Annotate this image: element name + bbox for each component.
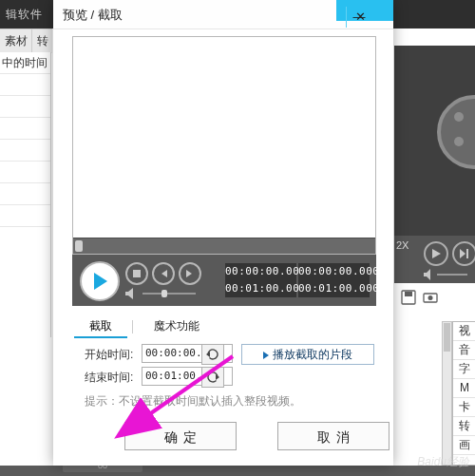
save-icon[interactable]	[401, 290, 418, 307]
prev-frame-button[interactable]	[152, 262, 175, 285]
play-clip-button[interactable]: 播放截取的片段	[241, 344, 374, 365]
cancel-button[interactable]: 取消	[277, 422, 390, 450]
svg-rect-2	[466, 249, 468, 258]
camera-icon[interactable]	[423, 290, 440, 307]
list-item[interactable]: 音	[453, 341, 475, 360]
close-button[interactable]: ✕	[346, 7, 373, 28]
svg-marker-12	[125, 288, 133, 299]
tab-material[interactable]: 素材	[0, 29, 31, 53]
list-item[interactable]: 卡	[453, 398, 475, 417]
play-icon	[263, 352, 269, 359]
left-list: 中的时间	[0, 52, 51, 337]
svg-marker-10	[162, 270, 167, 277]
window-controls: —✕	[336, 0, 393, 21]
list-item[interactable]: 画	[453, 436, 475, 455]
next-frame-button[interactable]	[179, 262, 201, 285]
list-item[interactable]: 中的时间	[0, 52, 50, 74]
left-tabbar: 素材 转	[0, 29, 52, 53]
right-scrollbar[interactable]	[442, 321, 452, 466]
set-start-from-playhead-button[interactable]	[201, 344, 224, 365]
end-time-label: 结束时间:	[85, 370, 133, 386]
svg-marker-3	[424, 269, 430, 280]
svg-marker-11	[186, 270, 192, 277]
timecode-end-value: 00:01:00.000	[298, 280, 370, 297]
tab-magic[interactable]: 魔术功能	[139, 315, 215, 338]
svg-point-7	[428, 295, 433, 300]
list-item-label: 中的时间	[2, 56, 48, 69]
list-item[interactable]	[0, 118, 50, 140]
list-item[interactable]: M	[453, 379, 475, 398]
right-next-button[interactable]	[452, 241, 475, 266]
start-time-label: 开始时间:	[85, 347, 133, 363]
right-play-button[interactable]	[424, 241, 448, 266]
right-volume-slider[interactable]	[424, 268, 471, 281]
preview-seek-track[interactable]	[73, 238, 375, 254]
preview-viewport	[72, 36, 376, 255]
ok-button[interactable]: 确定	[124, 422, 237, 450]
svg-rect-5	[405, 292, 412, 296]
tab-separator	[132, 320, 133, 333]
list-item[interactable]	[0, 205, 50, 227]
list-item[interactable]: 视	[453, 322, 475, 341]
timecode-current: 00:00:00.000 00:01:00.000	[225, 263, 296, 297]
volume-slider[interactable]	[125, 287, 201, 300]
dialog-title: 预览 / 截取	[63, 7, 123, 24]
hint-text: 提示：不设置截取时间默认插入整段视频。	[85, 393, 301, 409]
list-item[interactable]	[0, 140, 50, 162]
crop-tabs: 截取 魔术功能	[74, 315, 374, 338]
scrollbar-thumb[interactable]	[444, 323, 450, 352]
tab-convert[interactable]: 转	[31, 29, 53, 53]
seek-thumb[interactable]	[75, 240, 83, 252]
ok-button-label: 确定	[164, 429, 202, 445]
svg-marker-8	[94, 273, 107, 290]
right-category-list: 视 音 字 M 卡 转 画	[452, 321, 475, 466]
end-time-row: 结束时间:	[85, 367, 389, 388]
cancel-button-label: 取消	[317, 429, 355, 445]
playback-bar: 00:00:00.000 00:01:00.000 00:00:00.000 0…	[72, 255, 376, 306]
list-item[interactable]	[0, 74, 50, 96]
right-toolbar	[401, 290, 475, 313]
timecode-current-value2: 00:00:00.000	[298, 263, 370, 280]
svg-rect-9	[133, 270, 141, 277]
tab-crop[interactable]: 截取	[74, 315, 127, 338]
timecode-current-value: 00:00:00.000	[225, 263, 296, 280]
svg-marker-0	[432, 249, 441, 258]
list-item[interactable]	[0, 183, 50, 205]
zoom-label: 2X	[396, 239, 408, 251]
list-item[interactable]: 转	[453, 417, 475, 436]
timecode-end-value-dup: 00:01:00.000	[225, 280, 296, 297]
timecode-end: 00:00:00.000 00:01:00.000	[298, 263, 370, 297]
play-button[interactable]	[80, 261, 120, 301]
stop-button[interactable]	[125, 262, 148, 285]
list-item[interactable]	[0, 162, 50, 183]
list-item[interactable]: 字	[453, 360, 475, 379]
set-end-from-playhead-button[interactable]	[201, 367, 224, 388]
play-clip-label: 播放截取的片段	[273, 348, 352, 361]
app-title: 辑软件	[6, 7, 43, 23]
list-item[interactable]	[0, 96, 50, 118]
dialog-titlebar[interactable]: 预览 / 截取 —✕	[53, 0, 393, 29]
svg-marker-1	[460, 249, 466, 258]
preview-crop-dialog: 预览 / 截取 —✕ 00:00:00.000 00:01:00.000 00:…	[53, 0, 393, 466]
watermark: Baidu经验	[417, 454, 469, 470]
